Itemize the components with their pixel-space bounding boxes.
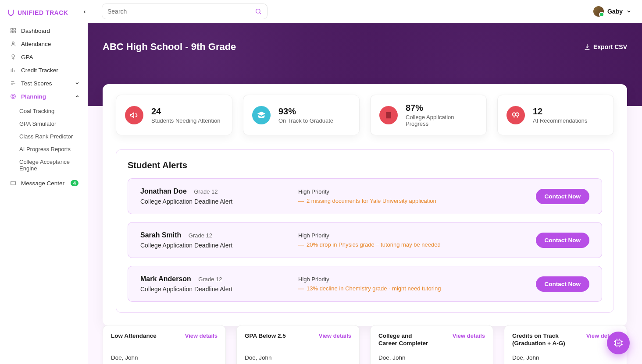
alert-priority: High Priority (298, 232, 527, 239)
alert-priority: High Priority (298, 188, 527, 195)
nav-label: Dashboard (21, 28, 50, 34)
alert-student-name: Sarah Smith (140, 231, 181, 239)
minus-icon: — (298, 285, 304, 292)
stat-row: 24 Students Needing Attention 93% On Tra… (116, 95, 614, 135)
stat-students-attention[interactable]: 24 Students Needing Attention (116, 95, 232, 135)
svg-rect-8 (11, 181, 16, 185)
list-item: Doe, John (378, 354, 485, 361)
alert-card: Sarah Smith Grade 12 College Application… (128, 222, 602, 258)
chevron-up-icon (75, 94, 80, 99)
stat-value: 24 (151, 106, 221, 117)
category-row: Low Attendance View details Doe, John Fr… (103, 325, 627, 364)
nav-test-scores[interactable]: Test Scores (5, 77, 84, 89)
nav-attendance[interactable]: Attendance (5, 38, 84, 50)
alert-subtitle: College Application Deadline Alert (140, 286, 289, 293)
ai-chip-icon: AI (613, 337, 624, 349)
contact-now-button[interactable]: Contact Now (536, 189, 590, 204)
category-low-attendance: Low Attendance View details Doe, John Fr… (103, 325, 226, 364)
nav-label: Attendance (21, 41, 51, 47)
nav-label: Credit Tracker (21, 67, 58, 74)
export-csv-button[interactable]: Export CSV (584, 43, 627, 50)
stat-value: 93% (278, 106, 333, 117)
nav-gpa[interactable]: GPA (5, 51, 84, 63)
test-scores-icon (10, 80, 17, 87)
svg-rect-3 (14, 31, 15, 33)
list-item: Doe, John (512, 354, 619, 361)
category-title: Low Attendance (111, 332, 157, 340)
subnav-ai-progress-reports[interactable]: AI Progress Reports (15, 143, 84, 155)
list-item: Doe, John (245, 354, 351, 361)
svg-text:AI: AI (617, 342, 620, 345)
user-name: Gaby (607, 8, 623, 15)
book-icon (379, 106, 398, 124)
nav-planning[interactable]: Planning (5, 90, 84, 102)
minus-icon: — (298, 198, 304, 204)
alert-student-grade: Grade 12 (194, 188, 218, 195)
nav-label: GPA (21, 54, 33, 60)
category-college-career: College and Career Completer View detail… (370, 325, 493, 364)
brand-logo[interactable]: UNIFIED TRACK (5, 7, 84, 25)
search-box[interactable] (102, 4, 268, 19)
subnav-goal-tracking[interactable]: Goal Tracking (15, 105, 84, 117)
subnav-gpa-simulator[interactable]: GPA Simulator (15, 118, 84, 130)
contact-now-button[interactable]: Contact Now (536, 276, 590, 292)
svg-point-12 (516, 113, 519, 116)
svg-rect-10 (386, 112, 391, 118)
nav-label: Message Center (21, 180, 64, 187)
search-input[interactable] (107, 8, 255, 15)
chevron-down-icon (75, 81, 80, 86)
nav-label: Test Scores (21, 80, 52, 87)
svg-rect-2 (11, 31, 13, 33)
alerts-title: Student Alerts (128, 160, 602, 170)
alert-card: Mark Anderson Grade 12 College Applicati… (128, 266, 602, 302)
stat-college-progress[interactable]: 87% College Application Progress (370, 95, 487, 135)
alert-card: Jonathan Doe Grade 12 College Applicatio… (128, 178, 602, 214)
search-icon[interactable] (255, 8, 262, 15)
svg-point-4 (12, 42, 14, 44)
stat-on-track[interactable]: 93% On Track to Graduate (243, 95, 360, 135)
alert-priority: High Priority (298, 276, 527, 283)
alert-student-name: Jonathan Doe (140, 187, 187, 195)
sidebar-collapse-button[interactable] (81, 8, 89, 16)
avatar (593, 6, 604, 17)
view-details-link[interactable]: View details (453, 332, 485, 339)
stat-ai-recommendations[interactable]: 12 AI Recommendations (497, 95, 614, 135)
contact-now-button[interactable]: Contact Now (536, 233, 590, 248)
planning-icon (10, 93, 17, 100)
view-details-link[interactable]: View details (185, 332, 218, 339)
topbar: Gaby (88, 0, 642, 23)
credit-tracker-icon (10, 67, 17, 74)
message-count-badge: 4 (71, 180, 78, 186)
logo-icon (7, 9, 15, 17)
page-title: ABC High School - 9th Grade (103, 41, 236, 53)
alerts-section: Student Alerts Jonathan Doe Grade 12 Col… (116, 149, 614, 313)
stat-label: Students Needing Attention (151, 117, 221, 124)
megaphone-icon (125, 106, 143, 124)
category-title: GPA Below 2.5 (245, 332, 286, 340)
attendance-icon (10, 40, 17, 47)
sidebar: UNIFIED TRACK Dashboard Attendance GPA C… (0, 0, 88, 364)
ai-assistant-fab[interactable]: AI (607, 332, 630, 354)
alert-subtitle: College Application Deadline Alert (140, 242, 289, 249)
view-details-link[interactable]: View details (319, 332, 351, 339)
nav-dashboard[interactable]: Dashboard (5, 25, 84, 37)
nav-message-center[interactable]: Message Center 4 (5, 177, 84, 189)
brain-icon (506, 106, 525, 124)
nav-label: Planning (21, 93, 46, 100)
subnav-class-rank-predictor[interactable]: Class Rank Predictor (15, 131, 84, 142)
alert-detail: 13% decline in Chemistry grade - might n… (307, 285, 441, 292)
nav-credit-tracker[interactable]: Credit Tracker (5, 64, 84, 76)
content-area: ABC High School - 9th Grade Export CSV 2… (88, 23, 642, 364)
stat-label: AI Recommendations (533, 117, 587, 124)
main-panel: 24 Students Needing Attention 93% On Tra… (103, 84, 627, 326)
planning-subnav: Goal Tracking GPA Simulator Class Rank P… (5, 105, 84, 174)
alert-student-grade: Grade 12 (198, 276, 222, 283)
list-item: Doe, John (111, 354, 218, 361)
alert-student-name: Mark Anderson (140, 275, 191, 283)
user-menu[interactable]: Gaby (593, 6, 631, 17)
alert-detail: 20% drop in Physics grade – tutoring may… (307, 241, 441, 248)
subnav-college-acceptance-engine[interactable]: College Acceptance Engine (15, 156, 84, 174)
svg-point-7 (12, 95, 14, 98)
minus-icon: — (298, 241, 304, 248)
stat-value: 12 (533, 106, 587, 117)
